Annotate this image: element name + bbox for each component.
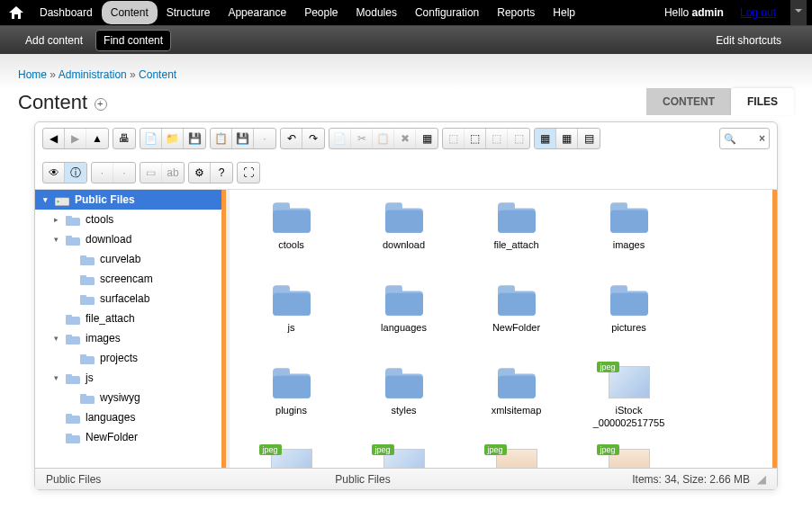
file-toolbar: ◀▶▲ 🖶 📄📁💾 📋💾· ↶↷ 📄✂📋✖▦ ⬚⬚⬚⬚ ▦▦▤ 🔍× 👁ⓘ ··… [35, 122, 777, 190]
status-left: Public Files [46, 473, 101, 486]
copy-icon[interactable]: 📋 [211, 129, 232, 148]
plus-icon[interactable] [95, 98, 107, 111]
tree-item-ctools[interactable]: ▸ctools [35, 210, 226, 229]
menu-reports[interactable]: Reports [488, 1, 544, 24]
tree-item-projects[interactable]: projects [35, 348, 226, 368]
tool3-icon[interactable]: ▭ [140, 163, 162, 183]
grid-item[interactable]: jpeg [460, 445, 573, 468]
delete-icon[interactable]: ✖ [394, 129, 416, 148]
add-content-link[interactable]: Add content [18, 31, 90, 50]
paste-icon[interactable]: 📋 [373, 129, 394, 148]
sel3-icon[interactable]: ⬚ [486, 129, 508, 148]
redo-icon[interactable]: ↷ [302, 129, 324, 148]
eye-icon[interactable]: 👁 [43, 163, 65, 183]
grid-item[interactable]: xmlsitemap [460, 362, 573, 445]
grid-item[interactable]: languages [347, 280, 460, 362]
sel1-icon[interactable]: ⬚ [443, 129, 465, 148]
find-content-link[interactable]: Find content [95, 30, 171, 51]
grid-item[interactable]: jpeg [235, 445, 347, 468]
info-icon[interactable]: ⓘ [65, 163, 86, 183]
breadcrumb-admin[interactable]: Administration [59, 68, 127, 81]
scrollbar-right[interactable] [772, 190, 777, 468]
grid-item[interactable]: styles [347, 362, 460, 445]
disk-icon[interactable]: 💾 [232, 129, 254, 148]
save-icon[interactable]: 💾 [184, 129, 205, 148]
undo-icon[interactable]: ↶ [281, 129, 302, 148]
grid-item[interactable]: ctools [235, 197, 347, 280]
sel2-icon[interactable]: ⬚ [465, 129, 486, 148]
cut-icon[interactable]: ✂ [351, 129, 373, 148]
status-right: Items: 34, Size: 2.66 MB [632, 473, 750, 486]
grid-item[interactable]: pictures [573, 280, 685, 362]
clear-search-icon[interactable]: × [759, 132, 765, 145]
toolbar-menu: DashboardContentStructureAppearancePeopl… [31, 0, 584, 25]
toolbar-dropdown-icon[interactable] [790, 0, 807, 25]
menu-content[interactable]: Content [102, 1, 158, 24]
gear-icon[interactable]: ⚙ [189, 163, 211, 183]
tree-item-wysiwyg[interactable]: wysiwyg [35, 388, 226, 407]
up-button[interactable]: ▲ [86, 129, 108, 148]
fullscreen-icon[interactable]: ⛶ [238, 163, 259, 183]
tree-item-languages[interactable]: languages [35, 407, 226, 427]
tree-item-curvelab[interactable]: curvelab [35, 249, 226, 269]
new-file-icon[interactable]: 📄 [140, 129, 162, 148]
view-large-icon[interactable]: ▦ [535, 129, 556, 148]
help-icon[interactable]: ? [211, 163, 232, 183]
tree-item-surfacelab[interactable]: surfacelab [35, 289, 226, 309]
folder-tree: ▾Public Files ▸ctools▾downloadcurvelabsc… [35, 190, 230, 468]
rename-icon[interactable]: ab [162, 163, 184, 183]
breadcrumb-content[interactable]: Content [139, 68, 176, 81]
file-manager: ◀▶▲ 🖶 📄📁💾 📋💾· ↶↷ 📄✂📋✖▦ ⬚⬚⬚⬚ ▦▦▤ 🔍× 👁ⓘ ··… [34, 121, 778, 490]
grid-item[interactable]: plugins [235, 362, 347, 445]
logout-link[interactable]: Log out [740, 6, 776, 19]
hello-user: Hello admin [664, 6, 724, 19]
tree-item-download[interactable]: ▾download [35, 229, 226, 249]
view-list-icon[interactable]: ▤ [578, 129, 600, 148]
print-icon[interactable]: 🖶 [113, 129, 135, 148]
breadcrumb: Home » Administration » Content [18, 68, 794, 81]
menu-help[interactable]: Help [544, 1, 584, 24]
tab-content[interactable]: CONTENT [646, 88, 731, 115]
grid-item[interactable]: file_attach [460, 197, 573, 280]
menu-people[interactable]: People [295, 1, 347, 24]
view-small-icon[interactable]: ▦ [556, 129, 578, 148]
back-button[interactable]: ◀ [43, 129, 65, 148]
tab-files[interactable]: FILES [731, 88, 794, 115]
menu-dashboard[interactable]: Dashboard [31, 1, 102, 24]
grid-item[interactable]: NewFolder [460, 280, 573, 362]
tree-item-newfolder[interactable]: NewFolder [35, 427, 226, 447]
tool1-icon[interactable]: · [92, 163, 113, 183]
edit-shortcuts-link[interactable]: Edit shortcuts [708, 31, 789, 50]
tool2-icon[interactable]: · [113, 163, 135, 183]
forward-button[interactable]: ▶ [65, 129, 86, 148]
tree-item-file_attach[interactable]: file_attach [35, 309, 226, 328]
tree-item-js[interactable]: ▾js [35, 368, 226, 388]
status-bar: Public Files Public Files Items: 34, Siz… [35, 468, 777, 489]
search-box[interactable]: 🔍× [719, 128, 770, 149]
breadcrumb-home[interactable]: Home [18, 68, 47, 81]
resize-handle-icon[interactable]: ◢ [757, 472, 766, 486]
sel4-icon[interactable]: ⬚ [508, 129, 529, 148]
grid-item[interactable]: jpeg [347, 445, 460, 468]
scrollbar-left[interactable] [221, 190, 226, 468]
search-icon: 🔍 [724, 133, 736, 145]
menu-structure[interactable]: Structure [158, 1, 220, 24]
grid-item[interactable]: download [347, 197, 460, 280]
block-icon[interactable]: ▦ [416, 129, 438, 148]
menu-appearance[interactable]: Appearance [219, 1, 295, 24]
tree-root[interactable]: ▾Public Files [35, 190, 226, 210]
doc-icon[interactable]: 📄 [329, 129, 351, 148]
tree-item-images[interactable]: ▾images [35, 328, 226, 348]
menu-configuration[interactable]: Configuration [406, 1, 488, 24]
grid-item[interactable]: jpegiStock _000002517755 [573, 362, 685, 445]
file-grid: ctoolsdownloadfile_attachimagesjslanguag… [230, 190, 777, 468]
grid-item[interactable]: jpeg [573, 445, 685, 468]
admin-toolbar: DashboardContentStructureAppearancePeopl… [0, 0, 812, 25]
tree-item-screencam[interactable]: screencam [35, 269, 226, 289]
menu-modules[interactable]: Modules [347, 1, 406, 24]
grid-item[interactable]: images [573, 197, 685, 280]
new-folder-icon[interactable]: 📁 [162, 129, 184, 148]
home-icon[interactable] [9, 6, 23, 19]
grid-item[interactable]: js [235, 280, 347, 362]
status-mid: Public Files [335, 473, 390, 486]
